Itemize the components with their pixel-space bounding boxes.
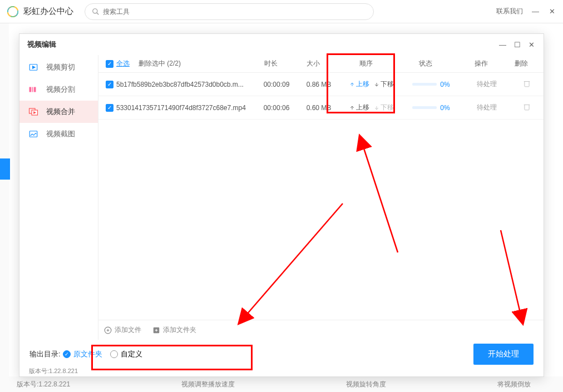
screenshot-icon <box>28 129 38 139</box>
row-checkbox[interactable] <box>106 104 113 112</box>
progress-bar <box>412 83 437 86</box>
progress-pct: 0% <box>440 104 450 112</box>
table-header: 全选 删除选中 (2/2) 时长 大小 顺序 状态 操作 删除 <box>98 55 544 73</box>
remove-selected-link[interactable]: 删除选中 (2/2) <box>139 59 200 68</box>
app-title: 彩虹办公中心 <box>23 6 73 17</box>
move-down-button[interactable]: 下移 <box>374 80 394 89</box>
search-icon <box>92 8 100 16</box>
progress-pct: 0% <box>440 81 450 88</box>
sidebar-item-label: 视频分割 <box>46 85 75 95</box>
search-box[interactable] <box>85 3 374 20</box>
main-header: 彩虹办公中心 联系我们 — ✕ <box>0 0 563 23</box>
sidebar-item-screenshot[interactable]: 视频截图 <box>19 123 98 145</box>
size: 0.60 MB <box>298 104 340 112</box>
move-up-button[interactable]: 上移 <box>349 80 369 89</box>
radio-custom-folder[interactable]: 自定义 <box>110 349 142 359</box>
select-all-checkbox[interactable] <box>106 60 113 68</box>
start-button[interactable]: 开始处理 <box>473 344 534 365</box>
svg-rect-8 <box>29 87 32 92</box>
col-status: 状态 <box>398 59 453 68</box>
modal-minimize-button[interactable]: — <box>498 39 507 50</box>
col-order: 顺序 <box>334 59 398 68</box>
cut-icon <box>28 62 38 72</box>
modal-title: 视频编辑 <box>27 39 56 49</box>
sidebar-item-label: 视频合并 <box>46 107 75 117</box>
bg-footer: 版本号:1.22.8.221 视频调整播放速度 视频旋转角度 将视频倒放 <box>0 376 563 392</box>
version-label: 版本号:1.22.8.221 <box>19 367 78 375</box>
modal-maximize-button[interactable]: ☐ <box>513 39 522 50</box>
output-label: 输出目录: <box>29 349 61 359</box>
delete-row-button[interactable] <box>515 103 539 112</box>
row-checkbox[interactable] <box>106 81 113 88</box>
search-input[interactable] <box>103 8 367 16</box>
select-all-link[interactable]: 全选 <box>116 59 139 68</box>
sidebar-item-cut[interactable]: 视频剪切 <box>19 56 98 78</box>
col-size: 大小 <box>292 59 334 68</box>
svg-marker-7 <box>33 66 36 69</box>
svg-rect-10 <box>34 87 36 92</box>
filename: 5b17fb589b2eb3bc87dfb42573d0b0cb.m... <box>116 81 255 88</box>
svg-rect-9 <box>32 87 33 92</box>
modal-close-button[interactable]: ✕ <box>527 39 536 50</box>
sidebar-item-label: 视频剪切 <box>46 62 75 72</box>
move-up-button[interactable]: 上移 <box>349 103 369 112</box>
sidebar: 视频剪切 视频分割 视频合并 视频截图 <box>19 55 98 340</box>
table-row: 53301417357171490f74d8f3727c68e7.mp4 00:… <box>98 96 544 120</box>
move-down-button[interactable]: 下移 <box>374 103 394 112</box>
video-edit-modal: 视频编辑 — ☐ ✕ 视频剪切 视频分割 视频合并 视频截图 <box>19 33 544 377</box>
app-logo-icon <box>7 6 19 18</box>
col-action: 操作 <box>453 59 509 68</box>
close-button[interactable]: ✕ <box>548 6 556 17</box>
col-duration: 时长 <box>250 59 292 68</box>
merge-icon <box>28 107 38 117</box>
minimize-button[interactable]: — <box>531 6 540 17</box>
delete-row-button[interactable] <box>515 80 539 89</box>
duration: 00:00:09 <box>255 81 298 88</box>
action-text: 待处理 <box>459 80 515 89</box>
size: 0.86 MB <box>298 81 340 88</box>
svg-line-5 <box>97 12 99 14</box>
contact-link[interactable]: 联系我们 <box>496 7 523 16</box>
svg-point-4 <box>93 8 97 13</box>
filename: 53301417357171490f74d8f3727c68e7.mp4 <box>116 104 255 112</box>
split-icon <box>28 85 38 95</box>
sidebar-item-label: 视频截图 <box>46 129 75 139</box>
sidebar-item-merge[interactable]: 视频合并 <box>19 101 98 123</box>
table-row: 5b17fb589b2eb3bc87dfb42573d0b0cb.m... 00… <box>98 73 544 96</box>
progress-bar <box>412 106 437 109</box>
add-file-button[interactable]: 添加文件 <box>104 325 141 335</box>
col-delete: 删除 <box>509 59 534 68</box>
duration: 00:00:06 <box>255 104 298 112</box>
radio-original-folder[interactable]: 原文件夹 <box>63 349 102 359</box>
sidebar-item-split[interactable]: 视频分割 <box>19 78 98 101</box>
add-folder-button[interactable]: 添加文件夹 <box>152 325 196 335</box>
action-text: 待处理 <box>459 103 515 112</box>
